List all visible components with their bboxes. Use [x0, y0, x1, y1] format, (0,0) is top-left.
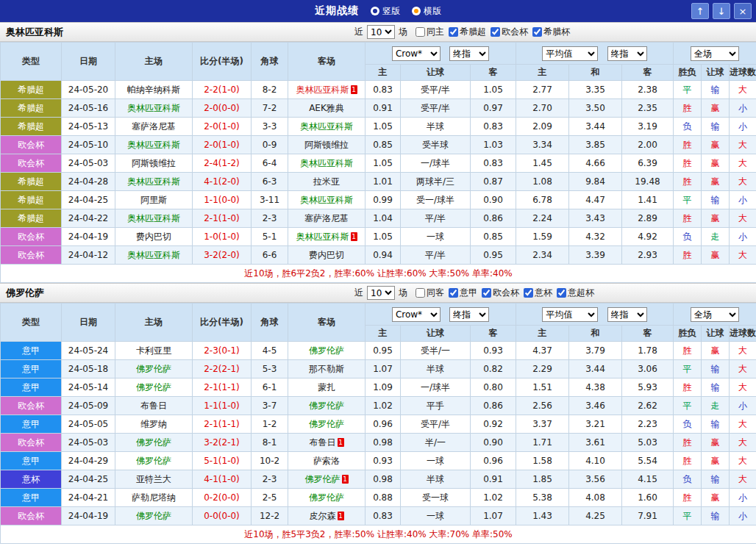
league-badge: 意甲 — [1, 378, 62, 397]
scope-select[interactable]: 全场 — [691, 46, 739, 61]
euro-odds-home: 4.37 — [516, 342, 569, 360]
result-handicap: 赢 — [702, 99, 730, 118]
filter-checkbox[interactable]: 同客 — [416, 287, 444, 299]
handicap-line: 受半/一 — [401, 342, 471, 360]
handicap-odds-home: 0.95 — [365, 342, 401, 360]
result-goals: 大 — [730, 342, 756, 360]
filter-checkbox-input[interactable] — [557, 288, 566, 298]
radio-horizontal-label: 横版 — [424, 5, 441, 18]
result-goals: 小 — [730, 507, 756, 525]
result-handicap: 赢 — [702, 173, 730, 191]
red-card-icon: 1 — [351, 85, 357, 94]
handicap-line: 两球半/三 — [401, 173, 471, 191]
match-date: 24-05-03 — [62, 434, 115, 452]
red-card-icon: 1 — [351, 232, 357, 241]
match-score: 4-1(2-0) — [193, 173, 252, 191]
match-score: 2-4(1-2) — [193, 154, 252, 173]
filter-checkbox[interactable]: 意超杯 — [557, 287, 594, 299]
euro-final-select[interactable]: 终指 — [607, 46, 647, 61]
home-team: 奥林匹亚科斯 — [115, 136, 193, 154]
filter-checkbox[interactable]: 意甲 — [449, 287, 477, 299]
filter-checkbox[interactable]: 希腊超 — [449, 26, 486, 38]
euro-odds-away: 5.03 — [622, 434, 674, 452]
filter-checkbox[interactable]: 意杯 — [524, 287, 552, 299]
radio-vertical-layout[interactable]: 竖版 — [371, 5, 400, 18]
filter-checkbox[interactable]: 希腊杯 — [532, 26, 570, 38]
euro-odds-away: 5.54 — [622, 452, 674, 470]
match-count-select[interactable]: 10 — [367, 25, 395, 39]
league-badge: 欧会杯 — [1, 246, 62, 265]
team-name: 佛罗伦萨 — [6, 287, 44, 300]
corner-score: 2-3 — [252, 470, 288, 489]
result-wdl: 平 — [674, 81, 702, 99]
away-team-label: 佛罗伦萨 — [309, 401, 344, 411]
handicap-odds-away: 0.96 — [471, 452, 516, 470]
bookmaker-select[interactable]: Crow* — [392, 46, 441, 61]
handicap-odds-away: 0.87 — [471, 173, 516, 191]
handicap-odds-away: 0.95 — [471, 246, 516, 265]
handicap-final-select[interactable]: 终指 — [449, 46, 489, 61]
euro-odds-draw: 3.46 — [569, 397, 622, 415]
scope-select[interactable]: 全场 — [691, 307, 739, 322]
match-row: 希腊超24-05-13塞萨洛尼基2-0(1-0)3-3奥林匹亚科斯1.05半球0… — [1, 118, 756, 136]
filter-checkbox-input[interactable] — [532, 27, 542, 37]
league-badge: 希腊超 — [1, 118, 62, 136]
euro-odds-home: 1.08 — [516, 173, 569, 191]
euro-average-select[interactable]: 平均值 — [542, 307, 598, 322]
match-date: 24-04-22 — [62, 209, 115, 228]
handicap-odds-home: 0.93 — [365, 452, 401, 470]
away-team-label: 佛罗伦萨 — [309, 419, 344, 429]
close-icon[interactable]: × — [734, 3, 752, 19]
col-type: 类型 — [1, 304, 62, 342]
near-label: 近 — [354, 26, 363, 38]
result-handicap: 赢 — [702, 342, 730, 360]
filter-checkbox[interactable]: 欧会杯 — [482, 287, 519, 299]
home-team-label: 阿斯顿维拉 — [132, 158, 176, 168]
result-goals: 小 — [730, 489, 756, 507]
match-date: 24-04-25 — [62, 470, 115, 489]
match-row: 希腊超24-04-28奥林匹亚科斯4-1(2-0)6-3拉米亚1.01两球半/三… — [1, 173, 756, 191]
result-goals: 小 — [730, 118, 756, 136]
result-group-header: 全场 — [674, 43, 756, 65]
filter-checkbox[interactable]: 欧会杯 — [491, 26, 528, 38]
match-row: 意甲24-05-18佛罗伦萨2-2(2-1)5-3那不勒斯1.07半球0.822… — [1, 360, 756, 378]
filter-checkbox-input[interactable] — [482, 288, 491, 298]
league-badge: 希腊超 — [1, 173, 62, 191]
result-goals: 小 — [730, 397, 756, 415]
result-wdl: 平 — [674, 507, 702, 525]
away-team: 佛罗伦萨1 — [288, 470, 365, 489]
radio-horizontal-layout[interactable]: 横版 — [412, 5, 441, 18]
home-team-label: 亚特兰大 — [136, 474, 171, 484]
result-goals: 大 — [730, 81, 756, 99]
league-badge: 希腊超 — [1, 99, 62, 118]
home-team: 奥林匹亚科斯 — [115, 99, 193, 118]
filter-checkbox-input[interactable] — [416, 288, 425, 298]
match-score: 2-0(1-0) — [193, 136, 252, 154]
away-team: 奥林匹亚科斯1 — [288, 228, 365, 246]
filter-checkbox-input[interactable] — [524, 288, 533, 298]
scroll-down-icon[interactable]: ↓ — [713, 3, 730, 19]
col-euro-draw: 和 — [569, 65, 622, 81]
euro-average-select[interactable]: 平均值 — [542, 46, 598, 61]
handicap-odds-away: 1.03 — [471, 136, 516, 154]
handicap-final-select[interactable]: 终指 — [449, 307, 489, 322]
filter-checkbox[interactable]: 同主 — [416, 26, 444, 38]
filter-checkbox-input[interactable] — [449, 27, 458, 37]
euro-final-select[interactable]: 终指 — [607, 307, 647, 322]
scroll-up-icon[interactable]: ↑ — [691, 3, 709, 19]
filter-checkbox-input[interactable] — [449, 288, 458, 298]
filter-checkbox-label: 希腊杯 — [543, 26, 570, 38]
filter-checkbox-input[interactable] — [491, 27, 500, 37]
bookmaker-select[interactable]: Crow* — [392, 307, 441, 322]
home-team-label: 佛罗伦萨 — [136, 456, 171, 466]
result-goals: 大 — [730, 434, 756, 452]
filter-checkbox-input[interactable] — [416, 27, 425, 37]
col-handicap-away: 客 — [471, 326, 516, 342]
match-count-select[interactable]: 10 — [367, 286, 395, 300]
away-team-label: 皮尔森 — [310, 511, 336, 521]
result-goals: 大 — [730, 136, 756, 154]
home-team-label: 佛罗伦萨 — [136, 511, 171, 521]
col-wdl: 胜负 — [674, 65, 702, 81]
handicap-odds-away: 0.90 — [471, 434, 516, 452]
col-handicap-home: 主 — [365, 326, 401, 342]
